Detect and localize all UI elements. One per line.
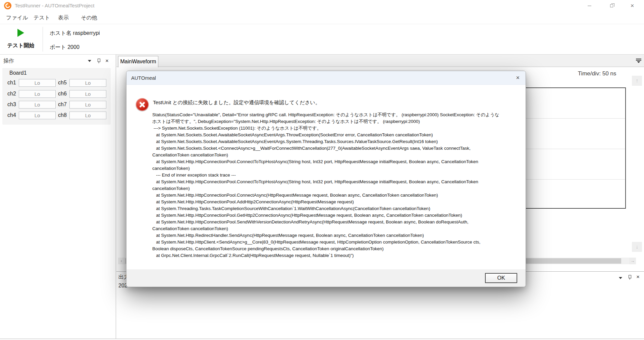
play-icon — [17, 29, 24, 37]
pin-icon[interactable] — [97, 58, 101, 64]
channel-state-button[interactable]: Lo — [69, 101, 106, 109]
tabstrip — [116, 55, 644, 67]
operation-panel-header: 操作 × — [0, 55, 116, 67]
scroll-up-button[interactable]: ↑ — [632, 76, 642, 86]
error-icon — [136, 98, 149, 111]
dialog-footer: OK — [126, 269, 526, 287]
time-div-label: Time/div: 50 ns — [567, 70, 627, 77]
dialog-close-icon[interactable]: × — [516, 74, 520, 81]
start-test-button[interactable]: テスト開始 — [2, 25, 40, 53]
ok-button[interactable]: OK — [485, 273, 517, 283]
minimize-icon — [588, 6, 591, 6]
menubar: ファイル テスト 表示 その他 — [0, 11, 644, 24]
menu-item-file[interactable]: ファイル — [6, 11, 28, 24]
scroll-right-button[interactable]: → — [629, 258, 636, 264]
channel-label: ch5 — [58, 80, 67, 86]
chevron-down-icon[interactable] — [88, 60, 91, 62]
app-window: TestRunner - AUTOmealTestProject × ファイル … — [0, 0, 644, 340]
channel-state-button[interactable]: Lo — [19, 101, 56, 109]
menu-item-others[interactable]: その他 — [81, 11, 97, 24]
channel-state-button[interactable]: Lo — [69, 90, 106, 98]
start-test-label: テスト開始 — [2, 42, 40, 49]
close-panel-icon[interactable]: × — [105, 58, 109, 64]
channel-state-button[interactable]: Lo — [19, 79, 56, 87]
restore-icon — [610, 4, 613, 7]
minimize-button[interactable] — [582, 0, 597, 11]
channel-state-button[interactable]: Lo — [69, 112, 106, 119]
operation-panel-title: 操作 — [3, 55, 14, 67]
board-groupbox: Board1 ch1Lo ch2Lo ch3Lo ch4Lo ch5Lo ch6… — [2, 68, 111, 125]
app-logo-icon — [4, 2, 11, 9]
restore-button[interactable] — [604, 0, 619, 11]
operation-panel: 操作 × Board1 ch1Lo ch2Lo ch3Lo ch4Lo ch5L… — [0, 55, 116, 339]
tab-mainwaveform[interactable]: MainWaveform — [118, 56, 158, 67]
channel-state-button[interactable]: Lo — [19, 112, 56, 119]
toolbar-separator — [43, 27, 43, 52]
channel-label: ch8 — [58, 112, 67, 118]
chevron-down-icon[interactable] — [619, 277, 622, 279]
dialog-title: AUTOmeal — [131, 71, 156, 85]
toolbar: テスト開始 ホスト名 raspberrypi ポート 2000 — [0, 24, 644, 55]
channel-label: ch1 — [7, 80, 16, 86]
scroll-left-button[interactable]: ‹ — [118, 258, 125, 264]
channel-label: ch3 — [7, 101, 16, 108]
channel-state-button[interactable]: Lo — [69, 79, 106, 87]
board-title: Board1 — [9, 70, 27, 76]
host-label: ホスト名 raspberrypi — [50, 30, 100, 37]
menu-item-test[interactable]: テスト — [34, 11, 50, 24]
titlebar: TestRunner - AUTOmealTestProject × — [0, 0, 644, 11]
dialog-titlebar: AUTOmeal × — [126, 71, 526, 85]
channel-label: ch2 — [7, 91, 16, 97]
channel-label: ch7 — [58, 101, 67, 108]
window-title: TestRunner - AUTOmealTestProject — [15, 0, 94, 11]
close-window-button[interactable]: × — [625, 0, 640, 11]
channel-label: ch6 — [58, 91, 67, 97]
error-dialog: AUTOmeal × TestUnit との接続に失敗しました。設定や通信環境を… — [126, 71, 526, 287]
scroll-down-button[interactable]: ↓ — [632, 242, 642, 252]
waveform-menu-icon[interactable] — [636, 59, 642, 64]
window-bottom-border — [0, 339, 644, 339]
stack-trace-text: Status(StatusCode="Unavailable", Detail=… — [152, 112, 521, 263]
channel-state-button[interactable]: Lo — [19, 90, 56, 98]
menu-item-view[interactable]: 表示 — [58, 11, 69, 24]
channel-label: ch4 — [7, 112, 16, 118]
dialog-message: TestUnit との接続に失敗しました。設定や通信環境を確認してください。 — [153, 99, 320, 106]
port-label: ポート 2000 — [50, 44, 79, 51]
close-panel-icon[interactable]: × — [636, 274, 640, 280]
pin-icon[interactable] — [628, 275, 632, 280]
